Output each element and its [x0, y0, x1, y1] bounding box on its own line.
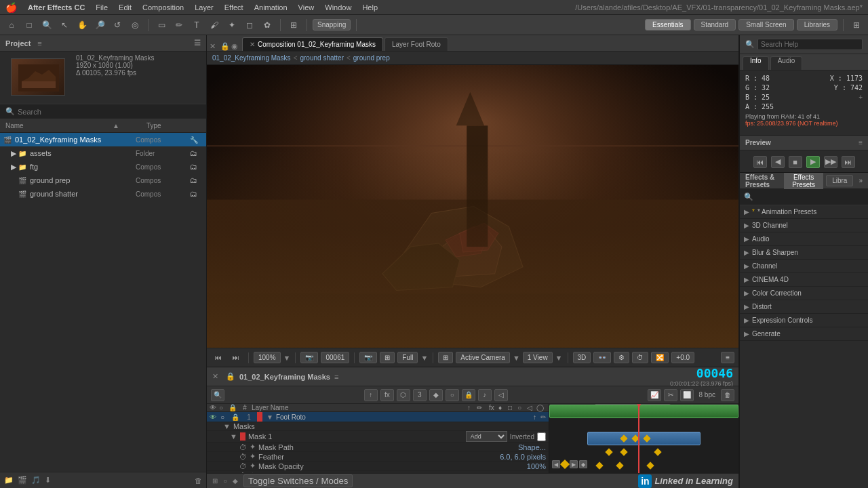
kf-feather-2[interactable]	[616, 462, 624, 469]
timeline-menu-icon[interactable]: ≡	[334, 373, 338, 381]
zoom-dropdown-icon[interactable]: ▼	[283, 354, 291, 362]
tl-3d-btn[interactable]: 3	[413, 389, 427, 401]
tab-close-main[interactable]: ✕	[250, 41, 255, 48]
mask-rect-icon[interactable]: ▭	[154, 18, 169, 33]
project-panel-controls[interactable]: ≡	[37, 39, 41, 47]
project-item-ftg[interactable]: ▶ 📁 ftg Compos 🗂	[0, 160, 206, 174]
tl-bottom-icon-1[interactable]: ⊞	[212, 477, 218, 485]
lock-comp-icon[interactable]: 🔒	[220, 42, 230, 51]
kf-path-1[interactable]	[605, 448, 612, 455]
tl-solo-btn[interactable]: ○	[446, 389, 459, 401]
effect-cat-audio[interactable]: ▶ Audio	[740, 232, 868, 246]
workspace-libraries[interactable]: Libraries	[797, 19, 837, 30]
view-label[interactable]: 1 View	[523, 352, 553, 363]
mask-opacity-bezier[interactable]: ✦	[250, 462, 256, 470]
menu-help[interactable]: Help	[362, 3, 378, 12]
select-icon[interactable]: ↖	[57, 18, 72, 33]
tl-lock-btn[interactable]: 🔒	[462, 389, 475, 401]
comp-tab-layer[interactable]: Layer Foot Roto	[384, 37, 448, 51]
mask-path-value[interactable]: Shape...	[518, 443, 546, 451]
playhead[interactable]: ▼	[638, 405, 639, 473]
search-help-input[interactable]	[757, 39, 863, 50]
project-item-ground-prep[interactable]: 🎬 ground prep Compos 🗂	[0, 174, 206, 187]
mask-feather-bezier[interactable]: ✦	[250, 452, 256, 461]
layer-1-lock[interactable]: 🔒	[231, 413, 241, 421]
tl-shy-btn[interactable]: ♪	[478, 389, 492, 401]
mask-feather-stopwatch[interactable]: ⏱	[239, 453, 247, 461]
effects-library-tab[interactable]: Libra	[826, 175, 853, 186]
solo-comp-icon[interactable]: ◉	[231, 42, 241, 51]
new-item-icon[interactable]: 🎵	[31, 476, 41, 485]
kf-feather-3[interactable]	[646, 462, 654, 469]
close-comp-icon[interactable]: ✕	[210, 41, 219, 51]
puppet-icon[interactable]: ✿	[260, 18, 275, 33]
tl-masks-btn[interactable]: ⬡	[397, 389, 410, 401]
prev-last-frame[interactable]: ⏭	[842, 156, 855, 168]
tl-bottom-icon-2[interactable]: ○	[223, 477, 227, 485]
tl-comp-btn[interactable]: ⬜	[680, 389, 694, 401]
camera-dropdown[interactable]: ▼	[513, 354, 520, 362]
layer-1-solo[interactable]: ○	[220, 413, 230, 421]
prev-prev-frame[interactable]: ◀	[771, 156, 785, 168]
breadcrumb-1[interactable]: 01_02_Keyframing Masks	[212, 54, 291, 62]
camera-icon-btn[interactable]: 📷	[359, 352, 377, 363]
prev-stop[interactable]: ■	[789, 156, 802, 168]
motion-blur-btn[interactable]: ⏱	[632, 352, 648, 363]
kf-feather-1[interactable]	[595, 462, 603, 469]
preview-menu-icon[interactable]: ≡	[859, 139, 863, 146]
comp-options-right[interactable]: ≡	[721, 352, 734, 363]
new-comp-bottom-icon[interactable]: 🎬	[18, 476, 27, 485]
prev-first-frame[interactable]: ⏮	[753, 156, 767, 168]
project-item-assets[interactable]: ▶ 📁 assets Folder 🗂	[0, 146, 206, 160]
tl-markers-btn[interactable]: ◆	[429, 389, 443, 401]
workspace-essentials[interactable]: Essentials	[645, 19, 691, 30]
breadcrumb-2[interactable]: ground shatter	[300, 54, 344, 62]
tl-search-btn[interactable]: 🔍	[211, 389, 224, 401]
mask-path-bezier[interactable]: ✦	[250, 443, 256, 451]
tl-trim-btn[interactable]: ✂	[664, 389, 677, 401]
menu-window[interactable]: Window	[325, 3, 351, 12]
3d-btn[interactable]: 3D	[573, 352, 591, 363]
layer-1-edit[interactable]: ✏	[540, 413, 546, 421]
hand-icon[interactable]: ✋	[75, 18, 90, 33]
workspace-standard[interactable]: Standard	[694, 19, 736, 30]
quality-label[interactable]: Full	[397, 352, 418, 363]
kf-nav-add[interactable]: ◆	[579, 460, 587, 468]
comp-prev-frame-icon[interactable]: ⏮	[211, 350, 226, 365]
effect-cat-color-correction[interactable]: ▶ Color Correction	[740, 287, 868, 300]
tl-parent-btn[interactable]: ↑	[364, 389, 378, 401]
effect-cat-generate[interactable]: ▶ Generate	[740, 327, 868, 341]
menu-view[interactable]: View	[298, 3, 315, 12]
camera-icon[interactable]: ◎	[127, 18, 142, 33]
layer-1[interactable]: 👁 ○ 🔒 1 ▼ Foot Roto ↑ ✏	[207, 412, 549, 422]
menu-file[interactable]: File	[96, 3, 108, 12]
layer-1-bar[interactable]	[549, 405, 738, 418]
mask-1-row[interactable]: ▼ Mask 1 Add Subtract Intersect None Inv…	[207, 431, 549, 443]
kf-nav-current[interactable]	[560, 460, 570, 469]
mask-pen-icon[interactable]: ✏	[172, 18, 186, 33]
new-comp-icon[interactable]: □	[22, 18, 37, 33]
mask-opacity-value[interactable]: 100%	[527, 462, 546, 470]
tl-props-btn[interactable]: fx	[380, 389, 394, 401]
frame-number[interactable]: 00061	[321, 352, 349, 363]
mask-path-stopwatch[interactable]: ⏱	[239, 443, 247, 451]
tl-trash-btn[interactable]: 🗑	[721, 389, 734, 401]
kf-nav-prev[interactable]: ◀	[552, 460, 560, 468]
menu-layer[interactable]: Layer	[195, 3, 214, 12]
close-timeline-icon[interactable]: ✕	[212, 372, 222, 382]
search-tool-icon[interactable]: 🔍	[39, 18, 54, 33]
layer-1-visibility[interactable]: 👁	[210, 413, 219, 421]
align-icon[interactable]: ⊞	[286, 18, 301, 33]
masks-group[interactable]: ▼ Masks	[207, 422, 549, 431]
effects-presets-tab[interactable]: Effects Presets	[784, 173, 823, 190]
project-item-main-comp[interactable]: 🎬 01_02_Keyframing Masks Compos 🔧	[0, 133, 206, 146]
comp-tab-main[interactable]: ✕ Composition 01_02_Keyframing Masks	[242, 37, 383, 51]
import-icon[interactable]: ⬇	[45, 476, 51, 485]
comp-next-frame-icon[interactable]: ⏭	[229, 350, 243, 365]
project-item-ground-shatter[interactable]: 🎬 ground shatter Compos 🗂	[0, 187, 206, 201]
flow-btn[interactable]: 🔀	[651, 352, 669, 363]
prev-next-frame[interactable]: ▶▶	[824, 156, 837, 168]
snapping-button[interactable]: Snapping	[313, 19, 351, 30]
kf-path-2[interactable]	[620, 448, 627, 455]
menu-composition[interactable]: Composition	[142, 3, 184, 12]
